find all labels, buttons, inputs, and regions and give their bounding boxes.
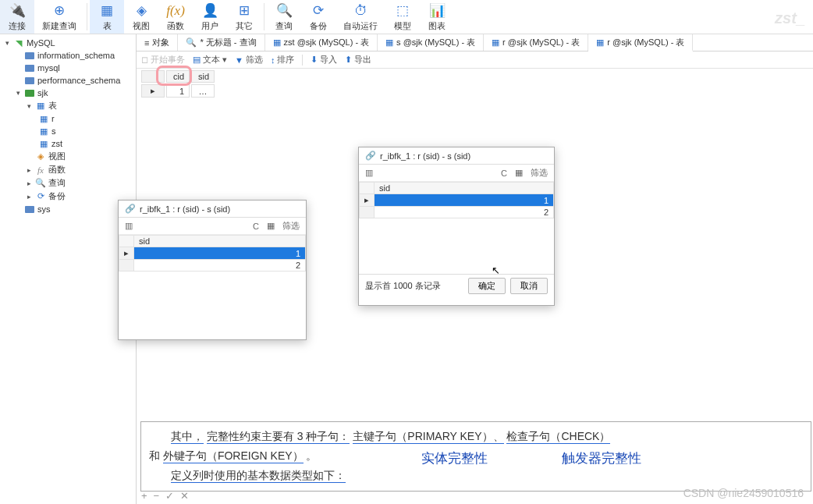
- cell-cid[interactable]: 1: [166, 84, 190, 98]
- ribbon-connect[interactable]: 🔌连接: [0, 0, 34, 34]
- folder-queries[interactable]: ▸🔍查询: [0, 176, 136, 190]
- note-text: 其中，: [171, 430, 204, 444]
- cancel-button[interactable]: 取消: [510, 278, 548, 294]
- ribbon-chart[interactable]: 📊图表: [420, 0, 454, 34]
- fk-row-1[interactable]: ▸1: [360, 194, 554, 207]
- fk-row-2[interactable]: 2: [119, 260, 306, 272]
- table-icon: ▦: [38, 138, 49, 149]
- note-text: 和: [149, 449, 160, 462]
- data-toolbar: ◻开始事务 ▤文本 ▾ ▼筛选 ↕排序 ⬇导入 ⬆导出: [137, 51, 813, 69]
- sort-icon: ↕: [271, 55, 275, 65]
- table-icon: ▦: [98, 2, 115, 20]
- cell-sid[interactable]: …: [191, 84, 215, 98]
- backup-icon: ⟳: [310, 2, 327, 20]
- ok-button[interactable]: 确定: [468, 278, 506, 294]
- database-icon: [24, 87, 35, 98]
- ribbon-function[interactable]: f(x)函数: [158, 0, 193, 34]
- remove-icon[interactable]: −: [154, 490, 160, 502]
- refresh-icon[interactable]: C: [501, 169, 507, 178]
- db-performance-schema[interactable]: performance_schema: [0, 74, 136, 87]
- separator: [302, 55, 303, 66]
- watermark: zst_: [775, 9, 805, 27]
- tab-untitled-query[interactable]: 🔍* 无标题 - 查询: [178, 34, 264, 51]
- cancel-icon[interactable]: ✕: [180, 490, 189, 502]
- fk-row-1[interactable]: ▸1: [119, 247, 306, 260]
- database-icon: [24, 62, 35, 73]
- row-header: [141, 70, 165, 83]
- fk-row-2[interactable]: 2: [360, 207, 554, 218]
- fk-grid[interactable]: sid ▸1 2: [119, 235, 306, 272]
- status-bar: + − ✓ ✕: [137, 488, 193, 504]
- ribbon-query[interactable]: 🔍查询: [267, 0, 301, 34]
- col-sid[interactable]: sid: [191, 70, 215, 83]
- tables-icon: ▦: [35, 101, 46, 112]
- add-icon[interactable]: +: [141, 490, 147, 502]
- tab-r-table-1[interactable]: ▦r @sjk (MySQL) - 表: [484, 34, 588, 51]
- refresh-icon[interactable]: C: [253, 222, 259, 231]
- ribbon-model[interactable]: ⬚模型: [385, 0, 420, 34]
- panel-title: 🔗r_ibfk_1 : r (sid) - s (sid): [119, 201, 306, 218]
- data-grid[interactable]: cidsid ▸1…: [140, 69, 216, 99]
- table-s[interactable]: ▦s: [0, 125, 136, 137]
- ribbon-new-query[interactable]: ⊕新建查询: [34, 0, 84, 34]
- ribbon-autorun[interactable]: ⏱自动运行: [335, 0, 385, 34]
- view-icon: ◈: [35, 151, 46, 162]
- form-view-icon[interactable]: ▥: [125, 221, 133, 231]
- ribbon-other[interactable]: ⊞其它: [227, 0, 261, 34]
- db-sys[interactable]: sys: [0, 203, 136, 215]
- ribbon-view[interactable]: ◈视图: [124, 0, 158, 34]
- filter-label[interactable]: 筛选: [282, 220, 300, 232]
- tab-zst-table[interactable]: ▦zst @sjk (MySQL) - 表: [265, 34, 378, 51]
- connection-icon: ◥: [13, 37, 24, 48]
- folder-functions[interactable]: ▸fx函数: [0, 163, 136, 176]
- ribbon-table[interactable]: ▦表: [90, 0, 124, 34]
- filter-label[interactable]: 筛选: [531, 167, 548, 179]
- db-sjk[interactable]: ▾sjk: [0, 87, 136, 99]
- model-icon: ⬚: [394, 2, 411, 20]
- note-primary-key: 主键子句（PRIMARY KEY）、: [353, 430, 503, 444]
- export-icon: ⬆: [345, 55, 352, 65]
- db-information-schema[interactable]: information_schema: [0, 49, 136, 62]
- link-icon: 🔗: [125, 204, 136, 214]
- chart-icon: 📊: [428, 2, 446, 20]
- tab-s-table[interactable]: ▦s @sjk (MySQL) - 表: [378, 34, 484, 51]
- tab-r-table-2[interactable]: ▦r @sjk (MySQL) - 表: [588, 34, 693, 51]
- separator: [264, 3, 264, 30]
- conn-mysql[interactable]: ▾◥MySQL: [0, 37, 136, 49]
- table-zst[interactable]: ▦zst: [0, 137, 136, 150]
- sort-btn[interactable]: ↕排序: [271, 54, 295, 66]
- folder-backups[interactable]: ▸⟳备份: [0, 190, 136, 203]
- row-header: [119, 236, 134, 247]
- folder-views[interactable]: ◈视图: [0, 150, 136, 163]
- form-view-icon[interactable]: ▥: [365, 168, 373, 178]
- grid-icon[interactable]: ▦: [267, 221, 275, 231]
- export-btn[interactable]: ⬆导出: [345, 54, 371, 66]
- table-r[interactable]: ▦r: [0, 112, 136, 125]
- folder-tables[interactable]: ▾▦表: [0, 99, 136, 112]
- editor-tabs: ≡对象 🔍* 无标题 - 查询 ▦zst @sjk (MySQL) - 表 ▦s…: [137, 34, 813, 51]
- import-btn[interactable]: ⬇导入: [311, 54, 337, 66]
- text-mode[interactable]: ▤文本 ▾: [193, 54, 227, 66]
- note-check: 检查子句（CHECK）: [506, 430, 610, 444]
- grid-icon[interactable]: ▦: [515, 168, 523, 178]
- table-icon: ▦: [492, 37, 499, 48]
- col-sid[interactable]: sid: [375, 183, 554, 194]
- col-sid[interactable]: sid: [134, 236, 306, 247]
- row-header: [360, 183, 375, 194]
- fk-grid[interactable]: sid ▸1 2: [359, 182, 554, 218]
- db-mysql[interactable]: mysql: [0, 62, 136, 74]
- text-icon: ▤: [193, 55, 201, 65]
- filter-btn[interactable]: ▼筛选: [235, 54, 263, 66]
- fx-icon: fx: [35, 165, 46, 176]
- table-icon: ▦: [596, 37, 604, 48]
- tab-objects[interactable]: ≡对象: [137, 34, 178, 51]
- ribbon-backup[interactable]: ⟳备份: [301, 0, 335, 34]
- panel-footer: 显示首 1000 条记录 确定 取消: [359, 274, 554, 297]
- begin-transaction[interactable]: ◻开始事务: [141, 54, 185, 66]
- note-text: 。: [306, 449, 317, 462]
- col-cid[interactable]: cid: [166, 70, 190, 83]
- ribbon-user[interactable]: 👤用户: [193, 0, 227, 34]
- csdn-watermark: CSDN @nie2459010516: [683, 487, 804, 499]
- commit-icon[interactable]: ✓: [165, 490, 174, 502]
- query-icon: 🔍: [35, 178, 46, 189]
